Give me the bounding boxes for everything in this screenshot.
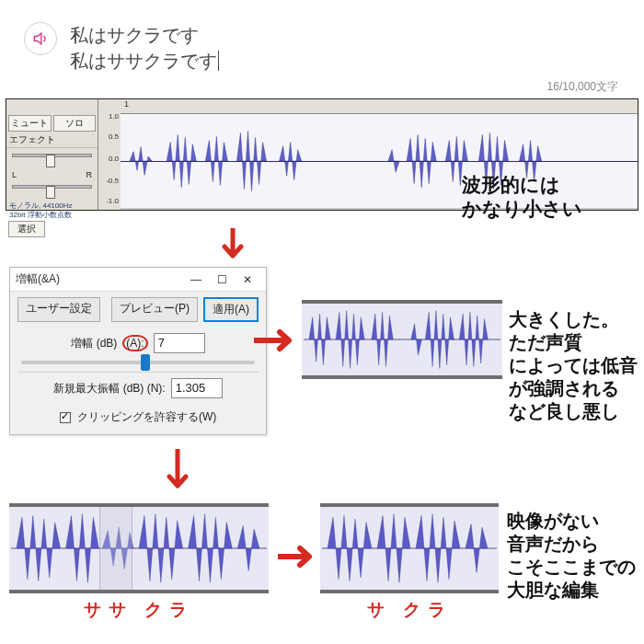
annotation-3: 映像がない 音声だから こそここまでの 大胆な編集	[507, 510, 636, 602]
annotation-1: 波形的には かなり小さい	[462, 173, 582, 222]
tts-line-1: 私はサクラです	[70, 22, 219, 48]
speaker-icon[interactable]	[24, 22, 57, 55]
timeline-ruler[interactable]: 1	[121, 99, 638, 114]
sakura-label: サ クラ	[320, 598, 499, 622]
minimize-button[interactable]: —	[183, 273, 209, 286]
new-peak-label: 新規最大振幅 (dB) (N):	[53, 381, 165, 397]
arrow-down-1-icon	[219, 228, 247, 269]
preview-button[interactable]: プレビュー(P)	[111, 297, 198, 322]
gain-input[interactable]: 7	[154, 333, 205, 353]
waveform-amplified	[302, 300, 502, 379]
mute-button[interactable]: ミュート	[8, 115, 52, 132]
amplify-dialog: 増幅(&A) — ☐ ✕ ユーザー設定 プレビュー(P) 適用(A) 増幅 (d…	[9, 267, 267, 435]
close-button[interactable]: ✕	[235, 273, 260, 286]
gain-suffix-circled: (A):	[122, 335, 147, 351]
dialog-titlebar[interactable]: 増幅(&A) — ☐ ✕	[10, 268, 266, 292]
effects-label[interactable]: エフェクト	[6, 132, 98, 148]
select-button[interactable]: 選択	[8, 221, 45, 237]
waveform-sasakura	[9, 503, 269, 593]
track-format-1: モノラル, 44100Hz	[6, 201, 98, 211]
maximize-button[interactable]: ☐	[209, 273, 235, 286]
tts-text[interactable]: 私はサクラです 私はササクラです	[70, 22, 219, 74]
char-count: 16/10,000文字	[0, 74, 644, 97]
arrow-right-1-icon	[254, 327, 302, 354]
pan-left-label: L	[12, 170, 17, 179]
pan-right-label: R	[86, 170, 93, 179]
gain-slider-dialog[interactable]	[21, 361, 255, 364]
apply-button[interactable]: 適用(A)	[203, 297, 259, 322]
waveform-sakura	[320, 503, 499, 593]
new-peak-input[interactable]: 1.305	[171, 378, 223, 398]
tts-line-2: 私はササクラです	[70, 48, 219, 74]
tts-input-area: 私はサクラです 私はササクラです	[0, 0, 644, 74]
arrow-down-2-icon	[164, 449, 191, 499]
gain-slider-row	[10, 359, 266, 372]
arrow-right-2-icon	[278, 543, 320, 570]
amplitude-ruler: 1.0 0.5 0.0 -0.5 -1.0	[98, 99, 121, 210]
selection-highlight	[99, 507, 132, 590]
user-settings-button[interactable]: ユーザー設定	[17, 297, 100, 322]
allow-clipping-checkbox[interactable]	[60, 412, 71, 423]
pan-slider[interactable]	[12, 185, 92, 200]
annotation-2: 大きくした。 ただ声質 によっては低音 が強調される など良し悪し	[509, 308, 638, 423]
track-control-panel: ミュート ソロ エフェクト L R モノラル, 44100Hz 32bit 浮動…	[6, 99, 98, 210]
solo-button[interactable]: ソロ	[53, 115, 97, 132]
gain-label: 増幅 (dB)	[71, 336, 117, 351]
allow-clipping-label: クリッピングを許容する(W)	[77, 410, 216, 423]
dialog-title: 増幅(&A)	[16, 271, 183, 287]
track-format-2: 32bit 浮動小数点数	[6, 211, 98, 220]
gain-slider[interactable]	[12, 154, 92, 168]
sasakura-label: ササ クラ	[9, 598, 269, 622]
